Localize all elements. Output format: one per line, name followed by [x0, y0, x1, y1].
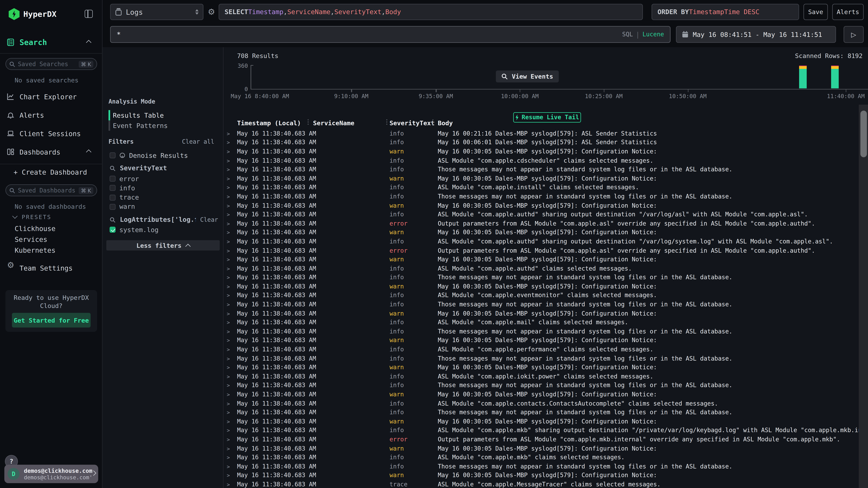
column-drag-handle-icon[interactable] — [432, 119, 433, 120]
row-expand-chevron-icon[interactable]: > — [227, 230, 237, 235]
source-select[interactable]: Logs — [110, 4, 204, 20]
filter-option-systemlog[interactable]: system.log — [110, 226, 159, 233]
table-row[interactable]: >May 16 11:38:40.683 AMwarnMay 16 00:30:… — [223, 309, 859, 318]
row-expand-chevron-icon[interactable]: > — [227, 463, 237, 469]
get-started-button[interactable]: Get Started for Free — [12, 313, 91, 327]
sidebar-item-alerts[interactable]: Alerts — [0, 108, 102, 122]
row-expand-chevron-icon[interactable]: > — [227, 238, 237, 245]
histogram-bar[interactable] — [831, 65, 839, 89]
scrollbar-thumb[interactable] — [860, 110, 867, 157]
table-row[interactable]: >May 16 11:38:40.683 AMinfoASL Module "c… — [223, 345, 859, 354]
lang-toggle-sql[interactable]: SQL — [622, 31, 633, 38]
filter-option-trace[interactable]: trace — [110, 194, 139, 201]
row-expand-chevron-icon[interactable]: > — [227, 175, 237, 182]
lang-toggle-lucene[interactable]: Lucene — [643, 31, 664, 38]
table-row[interactable]: >May 16 11:38:40.683 AMinfoASL Module "c… — [223, 183, 859, 192]
checkbox[interactable] — [110, 152, 116, 158]
row-expand-chevron-icon[interactable]: > — [227, 391, 237, 397]
table-row[interactable]: >May 16 11:38:40.683 AMinfoThose message… — [223, 273, 859, 282]
row-expand-chevron-icon[interactable]: > — [227, 455, 237, 460]
table-row[interactable]: >May 16 11:38:40.683 AMinfoASL Module "c… — [223, 291, 859, 300]
sidebar-item-team-settings[interactable]: ⚙ Team Settings — [0, 261, 102, 274]
row-expand-chevron-icon[interactable]: > — [227, 473, 237, 479]
denoise-checkbox-row[interactable]: Denoise Results — [110, 152, 188, 159]
row-expand-chevron-icon[interactable]: > — [227, 149, 237, 155]
preset-item-clickhouse[interactable]: Clickhouse — [14, 225, 56, 233]
select-clause-input[interactable]: SELECT Timestamp, ServiceName, SeverityT… — [219, 4, 643, 20]
row-expand-chevron-icon[interactable]: > — [227, 364, 237, 370]
row-expand-chevron-icon[interactable]: > — [227, 410, 237, 416]
table-row[interactable]: >May 16 11:38:40.683 AMwarnMay 16 00:30:… — [223, 255, 859, 264]
row-expand-chevron-icon[interactable]: > — [227, 482, 237, 487]
less-filters-button[interactable]: Less filters — [106, 240, 220, 251]
source-settings-gear-icon[interactable]: ⚙ — [208, 7, 215, 17]
analysis-mode-results-table[interactable]: Results Table — [108, 110, 217, 120]
table-row[interactable]: >May 16 11:38:40.683 AMinfoThose message… — [223, 165, 859, 174]
row-expand-chevron-icon[interactable]: > — [227, 274, 237, 281]
table-row[interactable]: >May 16 11:38:40.683 AMerrorOutput param… — [223, 219, 859, 228]
table-row[interactable]: >May 16 11:38:40.683 AMwarnMay 16 00:30:… — [223, 174, 859, 183]
user-menu[interactable]: D demos@clickhouse.com demos@clickhouse.… — [4, 465, 98, 483]
row-expand-chevron-icon[interactable]: > — [227, 383, 237, 388]
clear-all-link[interactable]: Clear all — [182, 138, 214, 145]
row-expand-chevron-icon[interactable]: > — [227, 311, 237, 317]
table-row[interactable]: >May 16 11:38:40.683 AMinfoASL Module "c… — [223, 237, 859, 246]
view-events-button[interactable]: View Events — [496, 70, 559, 83]
table-row[interactable]: >May 16 11:38:40.683 AMinfoMay 16 00:21:… — [223, 129, 859, 138]
table-row[interactable]: >May 16 11:38:40.683 AMwarnMay 16 00:30:… — [223, 282, 859, 291]
row-expand-chevron-icon[interactable]: > — [227, 337, 237, 344]
row-expand-chevron-icon[interactable]: > — [227, 436, 237, 443]
filter-option-error[interactable]: error — [110, 175, 139, 182]
row-expand-chevron-icon[interactable]: > — [227, 292, 237, 298]
row-expand-chevron-icon[interactable]: > — [227, 427, 237, 433]
row-expand-chevron-icon[interactable]: > — [227, 194, 237, 199]
filter-option-warn[interactable]: warn — [110, 203, 135, 210]
table-row[interactable]: >May 16 11:38:40.683 AMwarnMay 16 00:30:… — [223, 471, 859, 480]
row-expand-chevron-icon[interactable]: > — [227, 185, 237, 191]
table-row[interactable]: >May 16 11:38:40.683 AMwarnMay 16 00:30:… — [223, 228, 859, 237]
table-row[interactable]: >May 16 11:38:40.683 AMinfoThose message… — [223, 408, 859, 417]
table-row[interactable]: >May 16 11:38:40.683 AMinfoMay 16 00:06:… — [223, 138, 859, 147]
sidebar-item-chart-explorer[interactable]: Chart Explorer — [0, 90, 102, 103]
row-expand-chevron-icon[interactable]: > — [227, 212, 237, 218]
table-row[interactable]: >May 16 11:38:40.683 AMinfoASL Module "c… — [223, 453, 859, 462]
row-expand-chevron-icon[interactable]: > — [227, 257, 237, 262]
col-severitytext[interactable]: SeverityText — [390, 119, 435, 127]
checkbox[interactable] — [110, 176, 116, 182]
filter-option-info[interactable]: info — [110, 185, 135, 192]
saved-searches-input[interactable]: Saved Searches ⌘ K — [5, 58, 97, 70]
checkbox[interactable] — [110, 194, 116, 200]
analysis-mode-event-patterns[interactable]: Event Patterns — [108, 120, 217, 131]
table-row[interactable]: >May 16 11:38:40.683 AMinfoASL Module "c… — [223, 210, 859, 219]
alerts-button[interactable]: Alerts — [832, 4, 864, 20]
table-row[interactable]: >May 16 11:38:40.683 AMinfoASL Module "c… — [223, 372, 859, 381]
row-expand-chevron-icon[interactable]: > — [227, 320, 237, 326]
table-row[interactable]: >May 16 11:38:40.683 AMwarnMay 16 00:30:… — [223, 363, 859, 372]
row-expand-chevron-icon[interactable]: > — [227, 167, 237, 173]
row-expand-chevron-icon[interactable]: > — [227, 446, 237, 452]
histogram-bar[interactable] — [799, 65, 807, 89]
create-dashboard-button[interactable]: + Create Dashboard — [13, 168, 87, 176]
table-row[interactable]: >May 16 11:38:40.683 AMinfoASL Module "c… — [223, 426, 859, 435]
col-servicename[interactable]: ServiceName — [313, 119, 354, 127]
column-drag-handle-icon[interactable] — [308, 119, 309, 120]
date-range-picker[interactable]: May 16 08:41:51 - May 16 11:41:51 — [676, 26, 836, 43]
table-row[interactable]: >May 16 11:38:40.683 AMinfoThose message… — [223, 327, 859, 336]
row-expand-chevron-icon[interactable]: > — [227, 329, 237, 334]
table-row[interactable]: >May 16 11:38:40.683 AMtraceASL Module "… — [223, 480, 859, 488]
checkbox[interactable] — [110, 227, 116, 233]
row-expand-chevron-icon[interactable]: > — [227, 221, 237, 226]
table-row[interactable]: >May 16 11:38:40.683 AMwarnMay 16 00:30:… — [223, 417, 859, 426]
preset-item-kubernetes[interactable]: Kubernetes — [14, 246, 56, 254]
table-row[interactable]: >May 16 11:38:40.683 AMerrorOutput param… — [223, 246, 859, 255]
order-by-input[interactable]: ORDER BY TimestampTime DESC — [652, 4, 799, 20]
presets-toggle[interactable]: PRESETS — [13, 214, 51, 220]
row-expand-chevron-icon[interactable]: > — [227, 347, 237, 352]
table-row[interactable]: >May 16 11:38:40.683 AMinfoThose message… — [223, 462, 859, 471]
row-expand-chevron-icon[interactable]: > — [227, 356, 237, 361]
sidebar-item-client-sessions[interactable]: Client Sessions — [0, 127, 102, 140]
col-timestamp[interactable]: Timestamp (Local) — [237, 119, 301, 127]
preset-item-services[interactable]: Services — [14, 235, 48, 243]
table-row[interactable]: >May 16 11:38:40.683 AMinfoThose message… — [223, 354, 859, 363]
row-expand-chevron-icon[interactable]: > — [227, 400, 237, 406]
